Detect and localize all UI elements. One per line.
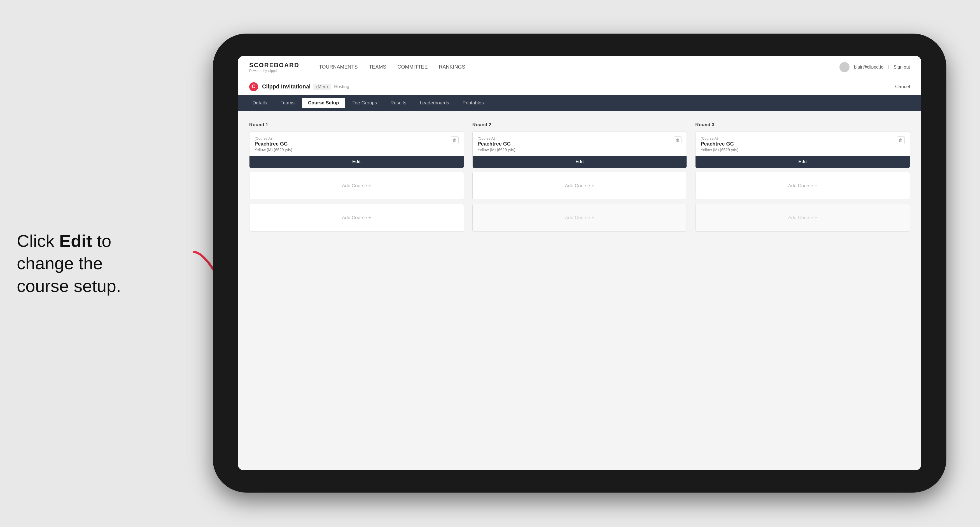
nav-links: TOURNAMENTS TEAMS COMMITTEE RANKINGS: [319, 64, 826, 70]
rounds-grid: Round 1 (Course A) Peachtree GC Yellow (…: [249, 122, 910, 236]
round-2-column: Round 2 (Course A) Peachtree GC Yellow (…: [473, 122, 687, 236]
brand-title: SCOREBOARD: [249, 62, 299, 69]
tab-results[interactable]: Results: [384, 98, 412, 108]
brand-subtitle: Powered by clippd: [249, 69, 299, 73]
hosting-label: Hosting: [334, 84, 349, 89]
annotation-text: Click Edit tochange thecourse setup.: [17, 230, 207, 297]
course-2-delete-icon[interactable]: 🗑: [674, 136, 681, 144]
round-2-add-course-1[interactable]: Add Course +: [473, 172, 687, 200]
round-2-add-course-2: Add Course +: [473, 204, 687, 232]
round-1-edit-button[interactable]: Edit: [250, 156, 464, 168]
main-content: Round 1 (Course A) Peachtree GC Yellow (…: [238, 111, 921, 470]
tablet-shell: SCOREBOARD Powered by clippd TOURNAMENTS…: [213, 33, 947, 492]
gender-badge: (Men): [313, 84, 331, 90]
tab-bar: Details Teams Course Setup Tee Groups Re…: [238, 95, 921, 111]
top-navbar: SCOREBOARD Powered by clippd TOURNAMENTS…: [238, 56, 921, 78]
tab-tee-groups[interactable]: Tee Groups: [346, 98, 383, 108]
sign-out-link[interactable]: Sign out: [894, 65, 910, 70]
round-3-course-card: (Course A) Peachtree GC Yellow (M) (6629…: [695, 132, 910, 168]
course-3-label-small: (Course A): [700, 136, 738, 141]
course-2-name: Peachtree GC: [478, 141, 515, 147]
tab-course-setup[interactable]: Course Setup: [302, 98, 345, 108]
round-1-add-course-1[interactable]: Add Course +: [249, 172, 464, 200]
tab-teams[interactable]: Teams: [274, 98, 301, 108]
course-1-details: Yellow (M) (6629 yds): [255, 148, 292, 152]
sub-header: C Clippd Invitational (Men) Hosting Canc…: [238, 78, 921, 95]
round-3-edit-button[interactable]: Edit: [695, 156, 910, 168]
sub-header-logo: C: [249, 82, 258, 91]
nav-tournaments[interactable]: TOURNAMENTS: [319, 64, 358, 70]
user-email: blair@clippd.io: [854, 65, 883, 70]
course-1-header-row: (Course A) Peachtree GC Yellow (M) (6629…: [255, 136, 459, 156]
course-1-name: Peachtree GC: [255, 141, 292, 147]
annotation-bold: Edit: [59, 231, 92, 251]
round-2-course-card: (Course A) Peachtree GC Yellow (M) (6629…: [473, 132, 687, 168]
course-3-name: Peachtree GC: [700, 141, 738, 147]
round-1-add-course-2[interactable]: Add Course +: [249, 204, 464, 232]
tab-leaderboards[interactable]: Leaderboards: [414, 98, 455, 108]
tournament-title: Clippd Invitational: [262, 83, 310, 90]
course-3-header-row: (Course A) Peachtree GC Yellow (M) (6629…: [700, 136, 905, 156]
round-2-edit-button[interactable]: Edit: [473, 156, 687, 168]
round-3-label: Round 3: [695, 122, 910, 128]
round-2-label: Round 2: [473, 122, 687, 128]
round-3-add-course-1[interactable]: Add Course +: [695, 172, 910, 200]
round-1-column: Round 1 (Course A) Peachtree GC Yellow (…: [249, 122, 464, 236]
tablet-screen: SCOREBOARD Powered by clippd TOURNAMENTS…: [238, 56, 921, 470]
nav-committee[interactable]: COMMITTEE: [398, 64, 428, 70]
course-2-info: (Course A) Peachtree GC Yellow (M) (6629…: [478, 136, 515, 156]
course-3-details: Yellow (M) (6629 yds): [700, 148, 738, 152]
tab-details[interactable]: Details: [247, 98, 273, 108]
round-3-column: Round 3 (Course A) Peachtree GC Yellow (…: [695, 122, 910, 236]
course-2-details: Yellow (M) (6629 yds): [478, 148, 515, 152]
course-1-label-small: (Course A): [255, 136, 292, 141]
cancel-button[interactable]: Cancel: [895, 84, 910, 90]
course-3-info: (Course A) Peachtree GC Yellow (M) (6629…: [700, 136, 738, 156]
nav-pipe: |: [888, 65, 889, 70]
course-2-label-small: (Course A): [478, 136, 515, 141]
course-1-info: (Course A) Peachtree GC Yellow (M) (6629…: [255, 136, 292, 156]
brand-logo: SCOREBOARD Powered by clippd: [249, 62, 299, 73]
course-2-header-row: (Course A) Peachtree GC Yellow (M) (6629…: [478, 136, 682, 156]
round-1-course-card: (Course A) Peachtree GC Yellow (M) (6629…: [249, 132, 464, 168]
course-3-delete-icon[interactable]: 🗑: [897, 136, 905, 144]
tab-printables[interactable]: Printables: [457, 98, 490, 108]
nav-right: blair@clippd.io | Sign out: [840, 62, 910, 72]
nav-teams[interactable]: TEAMS: [369, 64, 387, 70]
course-1-delete-icon[interactable]: 🗑: [451, 136, 459, 144]
user-avatar: [840, 62, 850, 72]
round-3-add-course-2: Add Course +: [695, 204, 910, 232]
nav-rankings[interactable]: RANKINGS: [439, 64, 465, 70]
round-1-label: Round 1: [249, 122, 464, 128]
